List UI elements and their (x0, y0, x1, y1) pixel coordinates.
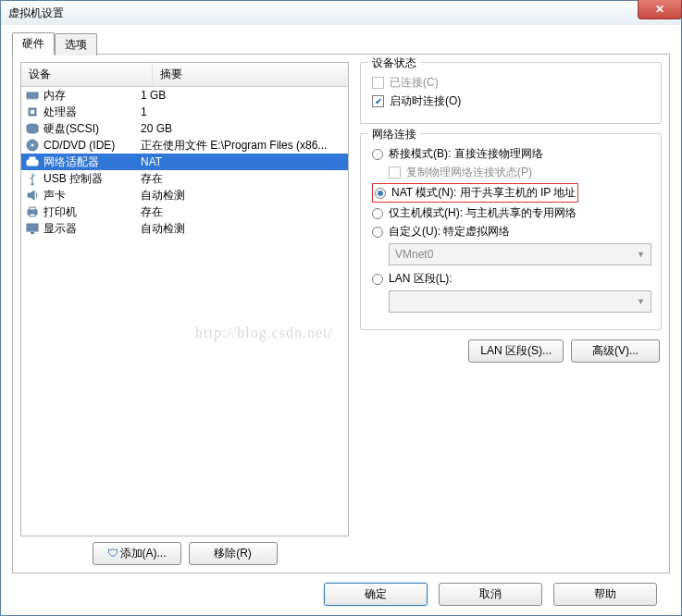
help-button[interactable]: 帮助 (553, 583, 657, 606)
lan-radio[interactable] (372, 274, 383, 285)
net-icon (25, 154, 40, 169)
dialog-footer: 确定 取消 帮助 (12, 573, 670, 606)
lan-segments-label: LAN 区段(S)... (480, 344, 552, 357)
add-button[interactable]: 🛡添加(A)... (93, 542, 181, 565)
svg-rect-11 (30, 157, 35, 160)
cancel-button[interactable]: 取消 (439, 583, 542, 606)
svg-rect-6 (31, 110, 34, 114)
connected-label: 已连接(C) (390, 75, 439, 91)
right-column: 设备状态 已连接(C) ✔ 启动时连接(O) 网络连接 桥接模式(B): 直接连… (360, 62, 662, 565)
disk-icon (25, 121, 40, 136)
cancel-label: 取消 (479, 587, 502, 600)
tab-hardware[interactable]: 硬件 (12, 32, 55, 55)
nat-radio[interactable] (375, 188, 386, 199)
table-row[interactable]: 显示器自动检测 (21, 220, 348, 237)
custom-row[interactable]: 自定义(U): 特定虚拟网络 (372, 224, 651, 240)
device-name: CD/DVD (IDE) (43, 139, 115, 152)
sound-icon (25, 188, 40, 203)
connect-on-start-label: 启动时连接(O) (390, 93, 461, 109)
cd-icon (25, 138, 40, 153)
connected-checkbox (372, 77, 384, 89)
display-icon (25, 221, 40, 236)
tabstrip: 硬件 选项 (12, 32, 670, 55)
tab-body: 设备 摘要 内存1 GB处理器1硬盘(SCSI)20 GBCD/DVD (IDE… (12, 54, 670, 573)
connected-row[interactable]: 已连接(C) (372, 75, 651, 91)
device-summary: 正在使用文件 E:\Program Files (x86... (141, 138, 344, 154)
svg-point-12 (31, 183, 34, 186)
device-name: USB 控制器 (43, 171, 103, 187)
device-name: 显示器 (43, 221, 77, 237)
col-header-summary[interactable]: 摘要 (153, 63, 348, 86)
replicate-checkbox (389, 166, 401, 179)
device-name: 声卡 (43, 188, 66, 203)
network-connection-title: 网络连接 (368, 127, 420, 142)
table-row[interactable]: CD/DVD (IDE)正在使用文件 E:\Program Files (x86… (21, 137, 348, 154)
chevron-down-icon: ▼ (637, 297, 645, 306)
custom-label: 自定义(U): 特定虚拟网络 (389, 224, 510, 240)
device-name: 内存 (43, 88, 66, 104)
table-row[interactable]: 网络适配器NAT (21, 154, 348, 170)
custom-vmnet-combo: VMnet0 ▼ (389, 243, 651, 265)
device-summary: 1 (141, 105, 344, 118)
ok-button[interactable]: 确定 (324, 583, 428, 606)
hardware-buttons: 🛡添加(A)... 移除(R) (20, 542, 349, 565)
hostonly-row[interactable]: 仅主机模式(H): 与主机共享的专用网络 (372, 205, 651, 221)
device-name: 网络适配器 (43, 154, 99, 170)
advanced-button[interactable]: 高级(V)... (571, 339, 660, 363)
nat-highlight: NAT 模式(N): 用于共享主机的 IP 地址 (372, 183, 578, 203)
client-area: 硬件 选项 设备 摘要 内存1 GB处理器1硬盘(SCSI)20 GBCD/DV… (1, 25, 681, 615)
device-name: 硬盘(SCSI) (43, 121, 99, 137)
advanced-label: 高级(V)... (592, 344, 639, 357)
device-status-group: 设备状态 已连接(C) ✔ 启动时连接(O) (360, 62, 662, 124)
custom-vmnet-value: VMnet0 (395, 248, 433, 261)
replicate-row: 复制物理网络连接状态(P) (389, 165, 651, 180)
table-row[interactable]: 硬盘(SCSI)20 GB (21, 120, 348, 137)
network-connection-group: 网络连接 桥接模式(B): 直接连接物理网络 复制物理网络连接状态(P) NAT… (360, 133, 662, 330)
device-name: 处理器 (43, 105, 77, 120)
bridged-label: 桥接模式(B): 直接连接物理网络 (389, 146, 543, 162)
table-row[interactable]: 打印机存在 (21, 203, 348, 220)
replicate-label: 复制物理网络连接状态(P) (406, 165, 532, 180)
connect-on-start-row[interactable]: ✔ 启动时连接(O) (372, 93, 651, 109)
memory-icon (25, 88, 40, 103)
device-summary: 存在 (141, 204, 344, 220)
svg-rect-16 (27, 224, 38, 231)
remove-button[interactable]: 移除(R) (189, 542, 278, 565)
device-summary: 1 GB (141, 89, 344, 102)
device-summary: NAT (141, 155, 344, 168)
tab-options[interactable]: 选项 (55, 33, 97, 55)
table-row[interactable]: 处理器1 (21, 104, 348, 120)
close-icon: ✕ (655, 3, 664, 16)
svg-rect-15 (30, 214, 35, 216)
usb-icon (25, 171, 40, 186)
col-header-device[interactable]: 设备 (21, 63, 153, 86)
svg-rect-14 (30, 207, 35, 210)
device-status-title: 设备状态 (368, 55, 420, 71)
svg-rect-10 (27, 160, 38, 166)
lan-combo: ▼ (389, 290, 651, 313)
close-button[interactable]: ✕ (638, 0, 682, 19)
printer-icon (25, 204, 40, 219)
svg-rect-0 (27, 92, 38, 98)
window-title: 虚拟机设置 (8, 6, 674, 21)
hardware-rows[interactable]: 内存1 GB处理器1硬盘(SCSI)20 GBCD/DVD (IDE)正在使用文… (21, 87, 348, 536)
custom-radio[interactable] (372, 227, 383, 238)
connect-on-start-checkbox[interactable]: ✔ (372, 95, 384, 107)
bridged-row[interactable]: 桥接模式(B): 直接连接物理网络 (372, 146, 651, 162)
nat-row[interactable]: NAT 模式(N): 用于共享主机的 IP 地址 (372, 183, 651, 203)
bridged-radio[interactable] (372, 149, 383, 160)
lan-row[interactable]: LAN 区段(L): (372, 271, 651, 287)
titlebar: 虚拟机设置 ✕ (1, 1, 681, 25)
table-row[interactable]: 声卡自动检测 (21, 187, 348, 203)
ok-label: 确定 (365, 587, 387, 600)
svg-point-9 (31, 144, 34, 147)
table-row[interactable]: USB 控制器存在 (21, 170, 348, 187)
vm-settings-window: 虚拟机设置 ✕ 硬件 选项 设备 摘要 内存1 GB处理器1硬盘(SCSI)20… (0, 0, 682, 616)
hostonly-radio[interactable] (372, 208, 383, 219)
lan-segments-button[interactable]: LAN 区段(S)... (468, 339, 564, 363)
add-button-label: 添加(A)... (120, 547, 167, 560)
hardware-table-header: 设备 摘要 (21, 63, 348, 87)
hardware-table: 设备 摘要 内存1 GB处理器1硬盘(SCSI)20 GBCD/DVD (IDE… (20, 62, 349, 536)
table-row[interactable]: 内存1 GB (21, 87, 348, 104)
device-summary: 存在 (141, 171, 344, 187)
